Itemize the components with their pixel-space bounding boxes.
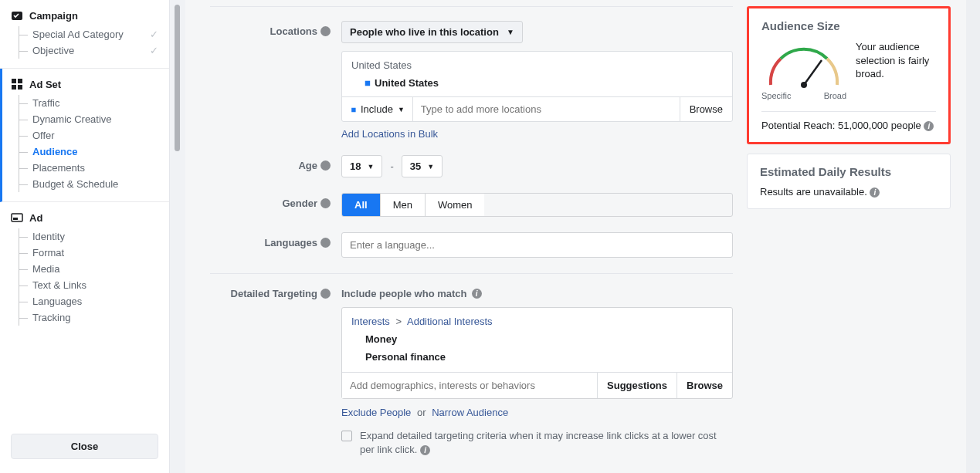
sidebar-head-label: Campaign xyxy=(29,10,78,22)
gender-option-men[interactable]: Men xyxy=(380,194,425,216)
detailed-browse-button[interactable]: Browse xyxy=(677,373,732,398)
gender-segmented: All Men Women xyxy=(341,193,733,217)
info-icon[interactable] xyxy=(320,160,331,171)
info-icon[interactable] xyxy=(320,26,331,36)
svg-line-8 xyxy=(804,60,822,85)
suggestions-button[interactable]: Suggestions xyxy=(597,373,677,398)
gender-option-women[interactable]: Women xyxy=(425,194,485,216)
sidebar-item-format[interactable]: Format xyxy=(14,245,158,261)
sidebar-item-languages[interactable]: Languages xyxy=(14,293,158,309)
expand-targeting-row: Expand detailed targeting criteria when … xyxy=(341,429,733,457)
sidebar-section-ad: Ad Identity Format Media Text & Links La… xyxy=(0,202,169,335)
breadcrumb-additional-interests[interactable]: Additional Interests xyxy=(407,316,493,327)
locations-box: United States ◆ United States ◆ Include … xyxy=(341,51,733,122)
ad-icon xyxy=(11,211,23,224)
gender-option-all[interactable]: All xyxy=(342,194,380,216)
sidebar-item-identity[interactable]: Identity xyxy=(14,228,158,245)
age-dash: - xyxy=(390,160,393,172)
close-button[interactable]: Close xyxy=(11,434,158,459)
sidebar-item-text-links[interactable]: Text & Links xyxy=(14,277,158,293)
location-group-header: United States xyxy=(342,52,732,73)
right-column: Audience Size Specific Broad Your xyxy=(733,0,957,473)
location-include-dropdown[interactable]: ◆ Include ▼ xyxy=(342,97,413,121)
sidebar-item-traffic[interactable]: Traffic xyxy=(14,95,158,111)
info-icon[interactable] xyxy=(870,188,880,198)
detailed-search-input[interactable] xyxy=(342,373,597,398)
sidebar-item-placements[interactable]: Placements xyxy=(14,160,158,176)
info-icon[interactable] xyxy=(472,289,482,299)
sidebar-scrollbar[interactable] xyxy=(170,0,185,473)
form-column: Locations People who live in this locati… xyxy=(210,0,733,473)
results-message: Results are unavailable. xyxy=(760,186,867,198)
info-icon[interactable] xyxy=(924,121,934,131)
sidebar-item-special-ad-category[interactable]: Special Ad Category ✓ xyxy=(14,26,158,42)
language-input[interactable] xyxy=(341,232,733,258)
sidebar-head-label: Ad xyxy=(29,212,42,224)
narrow-audience-link[interactable]: Narrow Audience xyxy=(432,407,508,418)
detailed-targeting-box: Interests > Additional Interests Money P… xyxy=(341,307,733,399)
row-detailed-targeting: Detailed Targeting Include people who ma… xyxy=(210,288,733,457)
location-mode-dropdown[interactable]: People who live in this location ▼ xyxy=(341,21,523,43)
grid-icon xyxy=(11,78,23,90)
sidebar-section-campaign: Campaign Special Ad Category ✓ Objective… xyxy=(0,0,169,69)
label-gender: Gender xyxy=(210,193,341,209)
age-min-dropdown[interactable]: 18 ▼ xyxy=(341,155,382,177)
location-item[interactable]: ◆ United States xyxy=(342,73,732,96)
sidebar-item-offer[interactable]: Offer xyxy=(14,127,158,144)
targeting-item[interactable]: Personal finance xyxy=(342,348,732,366)
breadcrumb-interests[interactable]: Interests xyxy=(351,316,390,327)
left-sidebar: Campaign Special Ad Category ✓ Objective… xyxy=(0,0,170,473)
sidebar-head-adset[interactable]: Ad Set xyxy=(11,78,158,90)
panel-title: Audience Size xyxy=(761,19,936,32)
location-search-input[interactable] xyxy=(413,97,680,121)
row-locations: Locations People who live in this locati… xyxy=(210,21,733,140)
svg-rect-1 xyxy=(12,79,16,83)
page-scrollbar[interactable] xyxy=(966,0,980,473)
pin-icon: ◆ xyxy=(348,104,358,114)
svg-rect-6 xyxy=(13,218,18,220)
svg-rect-3 xyxy=(12,85,16,90)
row-gender: Gender All Men Women xyxy=(210,193,733,217)
detailed-breadcrumb: Interests > Additional Interests xyxy=(342,308,732,330)
sidebar-item-objective[interactable]: Objective ✓ xyxy=(14,42,158,59)
or-text: or xyxy=(417,407,426,418)
label-detailed-targeting: Detailed Targeting xyxy=(210,288,341,299)
add-locations-bulk-link[interactable]: Add Locations in Bulk xyxy=(341,128,438,140)
info-icon[interactable] xyxy=(320,198,331,208)
sidebar-head-campaign[interactable]: Campaign xyxy=(11,9,158,22)
audience-message: Your audience selection is fairly broad. xyxy=(856,40,936,81)
info-icon[interactable] xyxy=(320,238,331,248)
info-icon[interactable] xyxy=(420,445,430,455)
age-max-dropdown[interactable]: 35 ▼ xyxy=(402,155,443,177)
sidebar-head-label: Ad Set xyxy=(29,79,61,90)
caret-down-icon: ▼ xyxy=(427,163,434,171)
reach-value: 51,000,000 people xyxy=(838,120,921,131)
location-browse-button[interactable]: Browse xyxy=(680,97,732,121)
exclude-people-link[interactable]: Exclude People xyxy=(341,407,411,418)
check-icon: ✓ xyxy=(150,29,158,40)
sidebar-section-adset: Ad Set Traffic Dynamic Creative Offer Au… xyxy=(0,69,169,202)
gauge-min-label: Specific xyxy=(761,91,792,100)
expand-targeting-checkbox[interactable] xyxy=(341,431,352,441)
svg-rect-2 xyxy=(18,79,22,83)
panel-title: Estimated Daily Results xyxy=(760,165,938,178)
sidebar-item-dynamic-creative[interactable]: Dynamic Creative xyxy=(14,111,158,127)
audience-size-panel: Audience Size Specific Broad Your xyxy=(747,6,951,144)
svg-rect-4 xyxy=(18,85,22,90)
sidebar-item-budget-schedule[interactable]: Budget & Schedule xyxy=(14,176,158,192)
audience-gauge: Specific Broad xyxy=(761,40,846,100)
check-icon: ✓ xyxy=(150,45,158,56)
row-languages: Languages xyxy=(210,232,733,258)
caret-down-icon: ▼ xyxy=(398,106,405,113)
scrollbar-thumb[interactable] xyxy=(175,5,180,151)
sidebar-item-media[interactable]: Media xyxy=(14,261,158,277)
targeting-item[interactable]: Money xyxy=(342,330,732,348)
sidebar-item-tracking[interactable]: Tracking xyxy=(14,309,158,326)
folder-check-icon xyxy=(11,9,23,22)
estimated-results-panel: Estimated Daily Results Results are unav… xyxy=(747,154,951,209)
sidebar-item-audience[interactable]: Audience xyxy=(14,144,158,160)
row-age: Age 18 ▼ - 35 ▼ xyxy=(210,155,733,177)
info-icon[interactable] xyxy=(320,289,331,299)
label-locations: Locations xyxy=(210,21,341,37)
sidebar-head-ad[interactable]: Ad xyxy=(11,211,158,224)
